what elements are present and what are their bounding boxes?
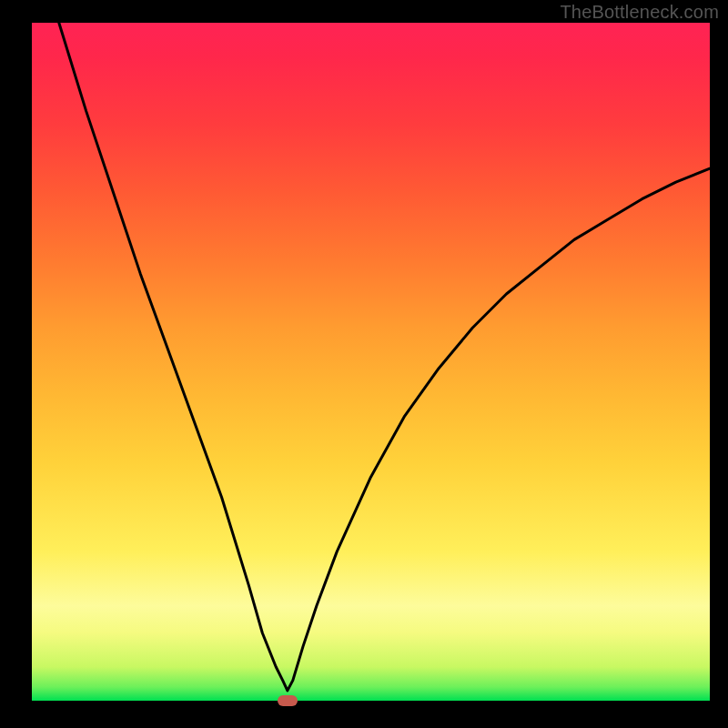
chart-plot-area <box>32 23 710 701</box>
chart-minimum-marker <box>278 695 298 706</box>
watermark-text: TheBottleneck.com <box>560 2 719 23</box>
chart-main-curve <box>59 23 710 691</box>
chart-svg <box>32 23 710 701</box>
